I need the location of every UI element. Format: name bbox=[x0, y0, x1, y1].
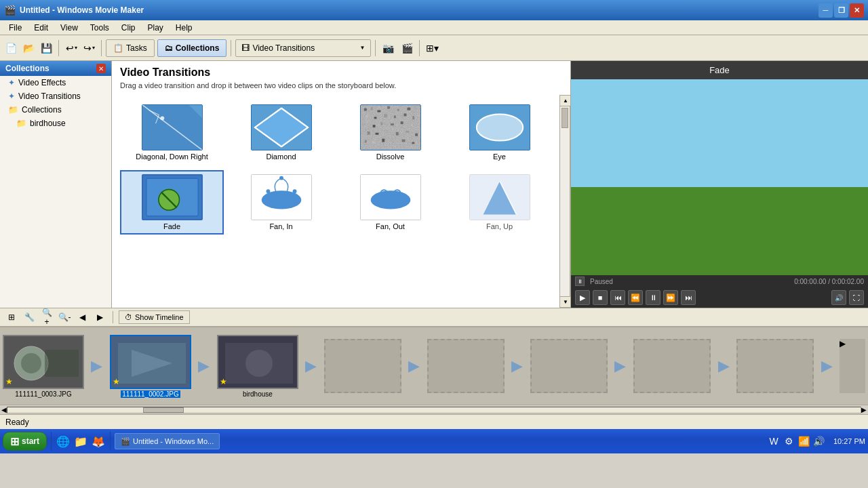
scroll-thumb-horizontal[interactable] bbox=[143, 407, 184, 413]
tray-icon-network[interactable]: 📶 bbox=[798, 436, 809, 447]
open-button[interactable]: 📂 bbox=[20, 40, 37, 56]
video-effects-label: Video Effects bbox=[18, 78, 66, 87]
empty-slot-3 bbox=[530, 339, 608, 393]
transition-fan-out[interactable]: Fan, Out bbox=[338, 170, 442, 235]
zoom-in-button[interactable]: 🔍+ bbox=[39, 310, 54, 324]
preview-video bbox=[571, 79, 868, 275]
rewind-button[interactable]: ⏪ bbox=[628, 290, 643, 305]
menu-view[interactable]: View bbox=[54, 21, 84, 35]
new-button[interactable]: 📄 bbox=[3, 40, 19, 56]
menu-file[interactable]: File bbox=[3, 21, 28, 35]
minimize-button[interactable]: ─ bbox=[818, 3, 833, 18]
scroll-track[interactable] bbox=[7, 407, 861, 413]
svg-rect-38 bbox=[406, 131, 409, 133]
maximize-button[interactable]: ❐ bbox=[834, 3, 848, 18]
tray-icon-volume[interactable]: 🔊 bbox=[813, 436, 824, 447]
transition-thumb-fan-up bbox=[469, 174, 530, 220]
prev-frame-button[interactable]: ⏮ bbox=[610, 290, 625, 305]
redo-button[interactable]: ↪▾ bbox=[81, 40, 97, 56]
fullscreen-button[interactable]: ⛶ bbox=[849, 290, 864, 305]
transition-fade[interactable]: Fade bbox=[120, 170, 224, 235]
menu-tools[interactable]: Tools bbox=[84, 21, 115, 35]
scroll-thumb[interactable] bbox=[561, 108, 568, 128]
tree-item-birdhouse[interactable]: 📁 birdhouse bbox=[0, 117, 111, 130]
transition-thumb-fan-out bbox=[360, 174, 421, 220]
app-title: Untitled - Windows Mo... bbox=[133, 437, 214, 445]
clip-thumb-3[interactable]: ★ bbox=[217, 335, 298, 389]
next-clip-button[interactable]: ▶ bbox=[92, 310, 107, 324]
menu-clip[interactable]: Clip bbox=[115, 21, 142, 35]
video-transitions-icon: ✦ bbox=[8, 92, 15, 101]
quicklaunch-ie[interactable]: 🌐 bbox=[56, 434, 71, 449]
menu-help[interactable]: Help bbox=[170, 21, 199, 35]
tray-icon-settings[interactable]: ⚙ bbox=[783, 436, 794, 447]
tree-item-collections[interactable]: 📁 Collections bbox=[0, 103, 111, 117]
clip-thumb-2[interactable]: ★ bbox=[110, 335, 191, 389]
transition-arrow-4: ▶ bbox=[401, 339, 427, 393]
storyboard-tool2[interactable]: 🔧 bbox=[22, 310, 37, 324]
taskbar-app-moviemaker[interactable]: 🎬 Untitled - Windows Mo... bbox=[115, 433, 220, 449]
svg-rect-23 bbox=[374, 117, 376, 119]
scroll-right-btn[interactable]: ▶ bbox=[840, 339, 865, 393]
storyboard-tool1[interactable]: ⊞ bbox=[4, 310, 19, 324]
tasks-button[interactable]: 📋 Tasks bbox=[106, 39, 155, 57]
category-dropdown[interactable]: 🎞 Video Transitions ▼ bbox=[235, 39, 371, 57]
svg-rect-35 bbox=[375, 133, 378, 135]
undo-button[interactable]: ↩▾ bbox=[63, 40, 79, 56]
transition-diamond[interactable]: Diamond bbox=[229, 100, 333, 165]
tree-item-video-effects[interactable]: ✦ Video Effects bbox=[0, 76, 111, 89]
leftpanel-close-button[interactable]: ✕ bbox=[96, 64, 106, 73]
scroll-up-arrow[interactable]: ▲ bbox=[560, 96, 570, 106]
quicklaunch-folder[interactable]: 📁 bbox=[73, 434, 88, 449]
taskbar: ⊞ start 🌐 📁 🦊 🎬 Untitled - Windows Mo...… bbox=[0, 429, 868, 453]
fast-forward-button[interactable]: ⏩ bbox=[663, 290, 678, 305]
next-frame-button[interactable]: ⏭ bbox=[681, 290, 696, 305]
clip-thumb-1[interactable]: ★ bbox=[3, 335, 84, 389]
transition-label-diamond: Diamond bbox=[266, 152, 296, 161]
play-button[interactable]: ▶ bbox=[575, 290, 590, 305]
transition-eye[interactable]: Eye bbox=[448, 100, 551, 165]
scroll-down-arrow[interactable]: ▼ bbox=[560, 296, 570, 307]
collections-button[interactable]: 🗂 Collections bbox=[157, 39, 227, 57]
pause-button[interactable]: ⏸ bbox=[646, 290, 660, 305]
capture-button[interactable]: 📷 bbox=[380, 40, 396, 56]
save-button[interactable]: 💾 bbox=[38, 40, 54, 56]
transition-fan-up[interactable]: Fan, Up bbox=[448, 170, 551, 235]
transition-label-fan-up: Fan, Up bbox=[486, 222, 513, 230]
transition-dissolve[interactable]: Dissolve bbox=[338, 100, 442, 165]
svg-rect-16 bbox=[370, 107, 372, 110]
app-icon-small: 🎬 bbox=[121, 437, 130, 446]
scroll-left-arrow[interactable]: ◀ bbox=[1, 406, 7, 413]
automovie-button[interactable]: 🎬 bbox=[399, 40, 415, 56]
centerpanel-scrollbar[interactable]: ▲ ▼ bbox=[559, 95, 570, 308]
prev-clip-button[interactable]: ◀ bbox=[75, 310, 90, 324]
close-button[interactable]: ✕ bbox=[850, 3, 864, 18]
status-bar: Ready bbox=[0, 414, 868, 429]
titlebar-left: 🎬 Untitled - Windows Movie Maker bbox=[4, 5, 144, 16]
stop-button[interactable]: ■ bbox=[593, 290, 608, 305]
svg-rect-29 bbox=[372, 125, 375, 127]
svg-point-56 bbox=[266, 189, 270, 193]
category-icon: 🎞 bbox=[241, 43, 250, 53]
volume-button[interactable]: 🔊 bbox=[831, 290, 846, 305]
menu-edit[interactable]: Edit bbox=[28, 21, 54, 35]
view-options-button[interactable]: ⊞▾ bbox=[424, 40, 440, 56]
transition-fan-in[interactable]: Fan, In bbox=[229, 170, 333, 235]
empty-slot-2 bbox=[427, 339, 505, 393]
start-button[interactable]: ⊞ start bbox=[3, 432, 47, 451]
transition-thumb-fan-in bbox=[251, 174, 312, 220]
show-timeline-button[interactable]: ⏱ Show Timeline bbox=[119, 310, 190, 324]
toolbar-sep-5 bbox=[419, 40, 420, 56]
svg-rect-17 bbox=[377, 110, 380, 113]
birdhouse-folder-icon: 📁 bbox=[16, 119, 26, 128]
scroll-right-arrow[interactable]: ▶ bbox=[861, 406, 867, 413]
zoom-out-button[interactable]: 🔍- bbox=[57, 310, 72, 324]
transition-diagonal-down-right[interactable]: Diagonal, Down Right bbox=[120, 100, 224, 165]
menu-play[interactable]: Play bbox=[142, 21, 170, 35]
taskbar-sep2 bbox=[110, 432, 111, 451]
quicklaunch-browser[interactable]: 🦊 bbox=[91, 434, 106, 449]
tray-icon-word[interactable]: W bbox=[768, 436, 779, 447]
tree-item-video-transitions[interactable]: ✦ Video Transitions bbox=[0, 89, 111, 103]
svg-rect-42 bbox=[382, 139, 384, 142]
taskbar-sep bbox=[51, 432, 52, 451]
